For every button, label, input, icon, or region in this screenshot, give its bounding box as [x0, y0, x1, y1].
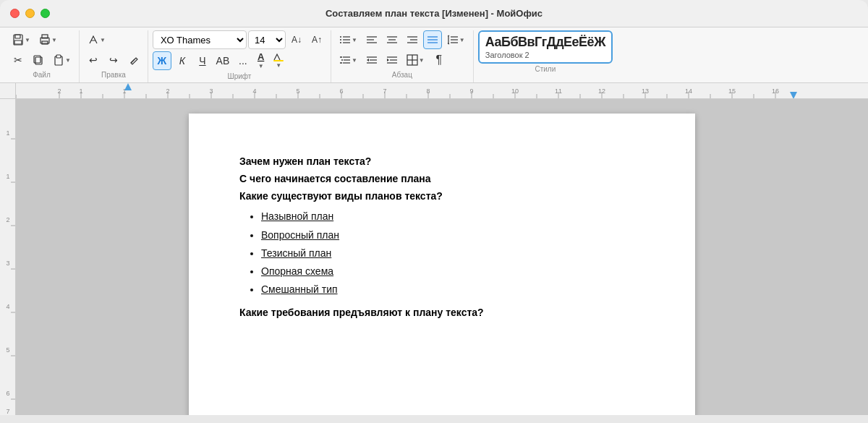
increase-indent-icon	[386, 54, 398, 66]
svg-text:7: 7	[6, 408, 9, 415]
font-group-label: Шрифт	[153, 71, 326, 82]
styles-panel[interactable]: АаБбВвГгДдЕеЁёЖ Заголовок 2	[478, 30, 613, 64]
maximize-button[interactable]	[41, 9, 50, 18]
toolbar-main: ▼ ▼ ✂ ▼ Файл	[0, 27, 868, 82]
list-dropdown-btn[interactable]: ▼	[336, 30, 361, 49]
file-group-label: Файл	[9, 69, 75, 81]
print-dropdown-btn[interactable]: ▼	[35, 30, 61, 49]
document-page[interactable]: Зачем нужен план текста? С чего начинает…	[189, 114, 695, 415]
svg-text:3: 3	[6, 260, 9, 267]
font-color-chevron: ▼	[258, 63, 264, 69]
list-chevron: ▼	[352, 37, 357, 43]
horizontal-ruler: 2 1 1 2 3 4 5 6 7 8 9	[16, 83, 868, 98]
ruler-svg: 2 1 1 2 3 4 5 6 7 8 9	[16, 83, 868, 98]
svg-rect-2	[14, 40, 22, 44]
svg-rect-12	[273, 60, 284, 61]
line-spacing-btn[interactable]: ▼	[443, 30, 469, 49]
format-dropdown-btn[interactable]: ▼	[84, 30, 109, 49]
svg-text:1: 1	[6, 173, 9, 180]
file-buttons: ▼ ▼	[9, 30, 61, 49]
para-row1: ▼	[336, 30, 469, 49]
save-chevron: ▼	[25, 37, 30, 43]
canvas-area: Зачем нужен план текста? С чего начинает…	[16, 99, 868, 415]
line-spacing-chevron: ▼	[459, 37, 465, 43]
increase-indent-btn[interactable]	[383, 51, 401, 69]
multilevel-chevron: ▼	[352, 57, 357, 64]
edit-buttons-row2: ↩ ↪	[84, 51, 143, 69]
align-left-icon	[366, 34, 378, 46]
paste-chevron: ▼	[65, 57, 71, 64]
svg-rect-1	[15, 35, 20, 38]
borders-icon	[407, 54, 418, 66]
save-dropdown-btn[interactable]: ▼	[9, 30, 34, 49]
toolbar-group-paragraph: ▼	[331, 30, 474, 82]
multilevel-list-btn[interactable]: ▼	[336, 51, 361, 69]
ruler-corner	[0, 83, 16, 98]
paste-dropdown-btn[interactable]: ▼	[49, 51, 75, 69]
paste-icon	[53, 54, 64, 66]
undo-button[interactable]: ↩	[84, 51, 103, 69]
toolbar-group-edit: ▼ ↩ ↪ Правка	[80, 30, 148, 82]
font-row2: Ж К Ч АВ ... A ▼ ▼	[153, 51, 288, 71]
svg-text:6: 6	[6, 390, 9, 397]
save-icon	[12, 34, 24, 46]
styles-label: Заголовок 2	[485, 51, 605, 59]
file-buttons-row2: ✂ ▼	[9, 51, 75, 69]
font-size-increase-btn[interactable]: A↑	[307, 30, 326, 49]
font-size-select[interactable]: 14	[248, 30, 286, 49]
align-left-btn[interactable]	[362, 30, 381, 49]
highlight-icon	[273, 51, 284, 61]
align-right-btn[interactable]	[403, 30, 422, 49]
borders-btn[interactable]: ▼	[403, 51, 428, 69]
underline-button[interactable]: Ч	[193, 51, 212, 70]
copy-button[interactable]	[29, 51, 48, 69]
list-icon	[339, 34, 351, 46]
list-item-2: Вопросный план	[261, 226, 644, 244]
eraser-button[interactable]	[124, 51, 143, 69]
svg-rect-49	[16, 83, 868, 98]
para-group-label: Абзац	[336, 69, 469, 81]
align-center-icon	[386, 34, 398, 46]
font-size-decrease-btn[interactable]: A↓	[287, 30, 306, 49]
close-button[interactable]	[10, 9, 20, 18]
svg-rect-105	[0, 99, 16, 415]
svg-rect-9	[56, 55, 61, 58]
italic-button[interactable]: К	[173, 51, 192, 70]
copy-icon	[33, 54, 44, 66]
align-justify-btn[interactable]	[423, 30, 442, 49]
cut-button[interactable]: ✂	[9, 51, 27, 69]
print-chevron: ▼	[51, 37, 57, 43]
highlight-chevron: ▼	[276, 62, 281, 69]
font-row1: XO Thames 14 A↓ A↑	[153, 30, 326, 49]
print-icon	[39, 34, 51, 46]
title-bar: Составляем план текста [Изменен] - МойОф…	[0, 0, 868, 27]
line-spacing-icon	[447, 34, 459, 46]
doc-line-1: Зачем нужен план текста?	[239, 153, 644, 171]
bold-button[interactable]: Ж	[153, 51, 171, 70]
traffic-lights	[10, 9, 50, 18]
align-justify-icon	[427, 34, 438, 46]
highlight-btn[interactable]: ▼	[269, 51, 288, 71]
edit-group-label: Правка	[84, 69, 143, 81]
align-center-btn[interactable]	[383, 30, 401, 49]
styles-group-label: Стили	[478, 64, 613, 75]
font-color-btn[interactable]: A ▼	[254, 51, 268, 71]
doc-line-4: Какие требования предъявляют к плану тек…	[239, 304, 644, 322]
more-formatting-button[interactable]: ...	[234, 51, 252, 70]
decrease-indent-icon	[366, 54, 378, 66]
format-icon	[88, 34, 99, 46]
minimize-button[interactable]	[25, 9, 35, 18]
caps-button[interactable]: АВ	[213, 51, 232, 70]
ruler-container: 2 1 1 2 3 4 5 6 7 8 9	[0, 83, 868, 99]
para-row2: ▼ ▼ ¶	[336, 51, 448, 69]
pilcrow-btn[interactable]: ¶	[430, 51, 448, 69]
list-item-1: Назывной план	[261, 208, 644, 226]
svg-text:4: 4	[6, 303, 9, 310]
svg-rect-5	[42, 41, 48, 44]
decrease-indent-btn[interactable]	[362, 51, 381, 69]
font-name-select[interactable]: XO Thames	[153, 30, 247, 49]
toolbar-group-font: XO Thames 14 A↓ A↑ Ж К Ч АВ ... A ▼	[148, 30, 331, 82]
redo-button[interactable]: ↪	[104, 51, 123, 69]
align-right-icon	[407, 34, 418, 46]
multilevel-list-icon	[339, 54, 351, 66]
